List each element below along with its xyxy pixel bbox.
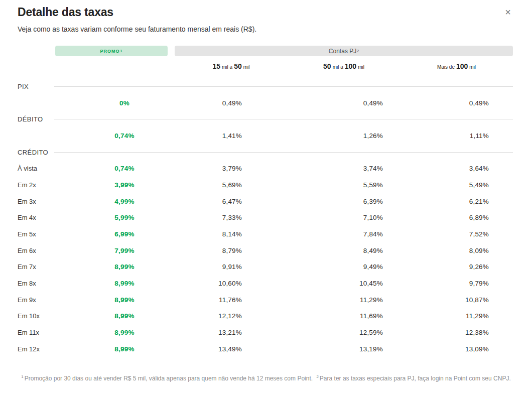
rate-value-over-100: 9,79% xyxy=(400,280,513,287)
pj-accounts-group-header: Contas PJ2 xyxy=(175,46,513,56)
rate-value-50-100: 11,29% xyxy=(288,296,400,304)
rate-value-over-100: 5,49% xyxy=(400,181,513,189)
rate-value-50-100: 12,59% xyxy=(288,329,400,336)
rate-value-50-100: 13,19% xyxy=(288,345,400,353)
pj-header-label: Contas PJ xyxy=(329,48,356,55)
rate-row-label: Em 3x xyxy=(18,198,55,205)
rate-value-over-100: 13,09% xyxy=(400,345,513,353)
rate-row: Em 3x4,99%6,47%6,39%6,21% xyxy=(18,193,513,210)
revenue-range-header-part: 50 xyxy=(323,62,331,70)
rate-value-50-100: 5,59% xyxy=(288,181,400,189)
section-label: DÉBITO xyxy=(18,115,54,123)
promo-header-label: PROMO xyxy=(100,49,120,54)
rate-value-15-50: 5,69% xyxy=(175,181,288,189)
rate-value-15-50: 12,12% xyxy=(175,312,288,320)
section-label: PIX xyxy=(18,83,54,90)
rate-value-15-50: 8,14% xyxy=(175,230,288,238)
rate-row-label: Em 10x xyxy=(18,312,55,320)
rate-row-label: Em 12x xyxy=(18,345,55,353)
rate-value-over-100: 8,09% xyxy=(400,247,513,254)
rate-value-15-50: 13,21% xyxy=(175,329,288,336)
footnote-2-marker: 2 xyxy=(316,374,318,379)
rate-row: Em 4x5,99%7,33%7,10%6,89% xyxy=(18,210,513,226)
rate-value-50-100: 7,10% xyxy=(288,214,400,221)
rate-value-over-100: 6,89% xyxy=(400,214,513,221)
revenue-range-header: 15mil a50mil xyxy=(175,60,288,73)
rate-row: À vista0,74%3,79%3,74%3,64% xyxy=(18,160,513,177)
rate-value-15-50: 3,79% xyxy=(175,165,288,172)
section-row: DÉBITO xyxy=(18,111,513,127)
rate-row-label: Em 5x xyxy=(18,230,55,238)
promo-rate-value: 0,74% xyxy=(55,165,168,172)
section-row: CRÉDITO xyxy=(18,144,513,161)
rate-value-50-100: 6,39% xyxy=(288,198,400,205)
footnote-1-text: Promoção por 30 dias ou até vender R$ 5 … xyxy=(25,375,313,382)
promo-rate-value: 8,99% xyxy=(55,263,168,271)
rate-row-label: Em 9x xyxy=(18,296,55,304)
rate-value-over-100: 1,11% xyxy=(400,132,513,140)
page-title: Detalhe das taxas xyxy=(18,6,113,19)
revenue-range-header-part: mil xyxy=(469,64,476,70)
rate-value-50-100: 7,84% xyxy=(288,230,400,238)
modal-subtitle: Veja como as taxas variam conforme seu f… xyxy=(18,25,256,33)
rate-value-over-100: 12,38% xyxy=(400,329,513,336)
rate-value-15-50: 8,79% xyxy=(175,247,288,254)
revenue-range-header-part: 100 xyxy=(345,62,356,70)
rates-table-body: PIX0%0,49%0,49%0,49%DÉBITO0,74%1,41%1,26… xyxy=(18,78,513,357)
revenue-range-header-part: 50 xyxy=(234,62,242,70)
rate-row: Em 2x3,99%5,69%5,59%5,49% xyxy=(18,177,513,193)
promo-rate-value: 8,99% xyxy=(55,312,168,320)
rate-row-label: Em 8x xyxy=(18,280,55,287)
section-divider xyxy=(54,86,513,87)
section-label: CRÉDITO xyxy=(18,149,54,156)
rate-row: 0%0,49%0,49%0,49% xyxy=(18,95,513,111)
footnote-1-marker: 1 xyxy=(21,374,23,379)
rate-row: Em 12x8,99%13,49%13,19%13,09% xyxy=(18,341,513,357)
table-group-headers: PROMO1 Contas PJ2 xyxy=(55,46,513,56)
section-divider xyxy=(54,119,513,119)
promo-rate-value: 8,99% xyxy=(55,296,168,304)
rate-row-label: Em 7x xyxy=(18,263,55,271)
promo-rate-value: 0% xyxy=(55,99,168,107)
rate-row: Em 9x8,99%11,76%11,29%10,87% xyxy=(18,292,513,308)
promo-rate-value: 7,99% xyxy=(55,247,168,254)
rate-value-15-50: 9,91% xyxy=(175,263,288,271)
rate-value-15-50: 6,47% xyxy=(175,198,288,205)
promo-rate-value: 0,74% xyxy=(55,132,168,140)
promo-rate-value: 6,99% xyxy=(55,230,168,238)
promo-rate-value: 5,99% xyxy=(55,214,168,221)
rate-row-label: Em 11x xyxy=(18,329,55,336)
revenue-range-header-part: mil xyxy=(358,64,364,70)
rate-value-50-100: 0,49% xyxy=(288,99,400,107)
rate-value-15-50: 10,60% xyxy=(175,280,288,287)
rate-value-50-100: 3,74% xyxy=(288,165,400,172)
footnote: 1Promoção por 30 dias ou até vender R$ 5… xyxy=(0,374,532,382)
group-header-gap xyxy=(168,46,175,56)
promo-rate-value: 4,99% xyxy=(55,198,168,205)
rate-row: Em 10x8,99%12,12%11,69%11,29% xyxy=(18,308,513,325)
fee-details-modal: Detalhe das taxas Veja como as taxas var… xyxy=(0,0,532,395)
rate-row: 0,74%1,41%1,26%1,11% xyxy=(18,127,513,144)
rate-row-label: À vista xyxy=(18,165,55,172)
rate-row: Em 5x6,99%8,14%7,84%7,52% xyxy=(18,226,513,242)
promo-column-header: PROMO1 xyxy=(55,46,168,56)
rate-value-50-100: 9,49% xyxy=(288,263,400,271)
rate-value-15-50: 1,41% xyxy=(175,132,288,140)
revenue-range-header-part: 100 xyxy=(456,62,468,70)
rate-row-label: Em 4x xyxy=(18,214,55,221)
rate-value-over-100: 0,49% xyxy=(400,99,513,107)
section-divider xyxy=(54,152,513,153)
revenue-range-header-part: mil a xyxy=(333,64,343,70)
rate-value-50-100: 11,69% xyxy=(288,312,400,320)
rate-row: Em 7x8,99%9,91%9,49%9,26% xyxy=(18,259,513,276)
revenue-range-header: 50mil a100mil xyxy=(288,60,400,73)
rate-value-over-100: 3,64% xyxy=(400,165,513,172)
promo-rate-value: 3,99% xyxy=(55,181,168,189)
rate-value-15-50: 13,49% xyxy=(175,345,288,353)
rate-value-50-100: 10,45% xyxy=(288,280,400,287)
rate-value-over-100: 11,29% xyxy=(400,312,513,320)
rate-row: Em 6x7,99%8,79%8,49%8,09% xyxy=(18,242,513,259)
rate-value-over-100: 7,52% xyxy=(400,230,513,238)
revenue-range-header-part: mil a xyxy=(222,64,232,70)
close-icon[interactable]: × xyxy=(502,6,514,18)
